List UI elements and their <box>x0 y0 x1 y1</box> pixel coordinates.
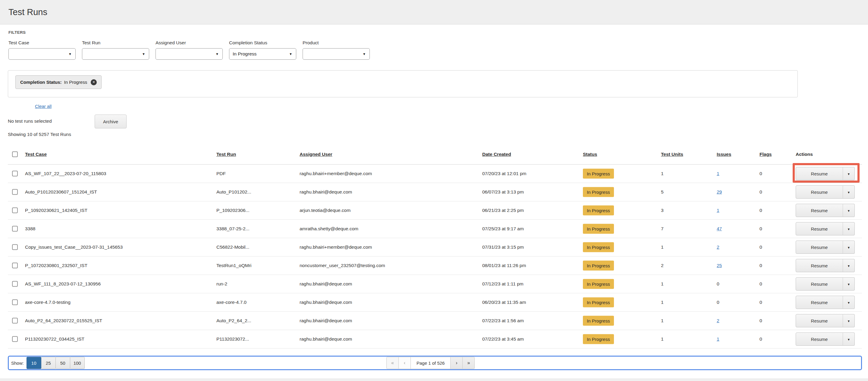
cell-test-case: P_10920230621_142405_IST <box>25 208 212 213</box>
resume-dropdown-button[interactable]: ▼ <box>843 314 855 327</box>
test-case-select[interactable]: ▼ <box>8 48 76 60</box>
column-header-flags[interactable]: Flags <box>760 152 791 157</box>
cell-assigned-user: noncustomer_user_232507@testing.com <box>300 263 477 268</box>
row-checkbox[interactable] <box>12 189 18 195</box>
cell-date-created: 07/20/23 at 12:01 pm <box>482 171 579 176</box>
column-header-status[interactable]: Status <box>583 152 655 157</box>
cell-actions: Resume▼ <box>796 332 860 346</box>
cell-flags: 0 <box>760 281 791 287</box>
row-checkbox-cell <box>12 262 21 268</box>
completion-status-select[interactable]: In Progress▼ <box>229 48 296 60</box>
resume-button[interactable]: Resume <box>796 314 843 327</box>
resume-dropdown-button[interactable]: ▼ <box>843 185 855 199</box>
test-run-select[interactable]: ▼ <box>82 48 149 60</box>
product-select[interactable]: ▼ <box>303 48 370 60</box>
row-checkbox-cell <box>12 189 21 195</box>
chevron-down-icon: ▼ <box>847 319 850 323</box>
row-checkbox[interactable] <box>12 226 18 232</box>
table-row: AS_WF_111_8_2023-07-12_130956run-2raghu.… <box>8 275 862 293</box>
page-size-100[interactable]: 100 <box>70 357 85 369</box>
row-checkbox[interactable] <box>12 171 18 177</box>
next-page-button[interactable]: › <box>450 357 463 369</box>
resume-dropdown-button[interactable]: ▼ <box>843 167 855 180</box>
filter-field-assigned-user: Assigned User▼ <box>156 40 223 60</box>
resume-button[interactable]: Resume <box>796 332 843 346</box>
resume-dropdown-button[interactable]: ▼ <box>843 204 855 217</box>
resume-split-button: Resume▼ <box>796 167 855 180</box>
chevron-down-icon: ▼ <box>847 228 850 231</box>
cell-test-units: 1 <box>661 299 712 305</box>
resume-button[interactable]: Resume <box>796 241 843 254</box>
chip-close-icon[interactable]: ✕ <box>91 79 97 85</box>
first-page-button[interactable]: « <box>386 357 399 369</box>
cell-test-case: Auto_P2_64_20230722_015525_IST <box>25 318 212 323</box>
cell-status: In Progress <box>583 316 655 326</box>
resume-button[interactable]: Resume <box>796 277 843 291</box>
header-checkbox-cell <box>12 151 21 157</box>
row-checkbox[interactable] <box>12 318 18 324</box>
filter-label: Test Run <box>82 40 149 45</box>
issues-link[interactable]: 29 <box>717 189 722 194</box>
resume-button[interactable]: Resume <box>796 204 843 217</box>
row-checkbox[interactable] <box>12 299 18 305</box>
resume-split-button: Resume▼ <box>796 259 855 272</box>
resume-dropdown-button[interactable]: ▼ <box>843 296 855 309</box>
page-status: Page 1 of 526 <box>410 357 451 369</box>
issues-link[interactable]: 1 <box>717 171 719 176</box>
cell-date-created: 07/31/23 at 3:15 pm <box>482 245 579 250</box>
resume-dropdown-button[interactable]: ▼ <box>843 259 855 272</box>
column-header-assigned-user[interactable]: Assigned User <box>300 152 477 157</box>
row-checkbox[interactable] <box>12 208 18 214</box>
cell-date-created: 07/12/23 at 1:11 pm <box>482 281 579 287</box>
column-header-test-run[interactable]: Test Run <box>216 152 295 157</box>
filter-field-test-case: Test Case▼ <box>8 40 76 60</box>
resume-button[interactable]: Resume <box>796 222 843 235</box>
row-checkbox[interactable] <box>12 337 18 342</box>
prev-page-button[interactable]: ‹ <box>398 357 411 369</box>
column-header-actions: Actions <box>796 152 860 157</box>
filters-section-label: FILTERS <box>8 30 26 35</box>
issues-link[interactable]: 47 <box>717 226 722 231</box>
cell-status: In Progress <box>583 169 655 179</box>
issues-link[interactable]: 2 <box>717 245 719 250</box>
clear-all-link[interactable]: Clear all <box>35 104 52 109</box>
resume-split-button: Resume▼ <box>796 277 855 291</box>
issues-link[interactable]: 1 <box>717 208 719 213</box>
resume-button[interactable]: Resume <box>796 185 843 199</box>
status-badge: In Progress <box>583 261 614 271</box>
column-header-test-units[interactable]: Test Units <box>661 152 712 157</box>
resume-split-button: Resume▼ <box>796 204 855 217</box>
page-size-25[interactable]: 25 <box>41 357 56 369</box>
page-size-10[interactable]: 10 <box>27 357 41 369</box>
column-header-issues[interactable]: Issues <box>717 152 756 157</box>
row-checkbox[interactable] <box>12 281 18 287</box>
resume-dropdown-button[interactable]: ▼ <box>843 222 855 235</box>
page-size-50[interactable]: 50 <box>56 357 70 369</box>
column-header-test-case[interactable]: Test Case <box>25 152 212 157</box>
resume-button[interactable]: Resume <box>796 167 843 180</box>
resume-button[interactable]: Resume <box>796 259 843 272</box>
cell-test-units: 1 <box>661 281 712 287</box>
cell-actions: Resume▼ <box>796 222 860 235</box>
status-badge: In Progress <box>583 224 614 234</box>
resume-dropdown-button[interactable]: ▼ <box>843 332 855 346</box>
resume-button[interactable]: Resume <box>796 296 843 309</box>
cell-test-units: 2 <box>661 263 712 268</box>
resume-dropdown-button[interactable]: ▼ <box>843 277 855 291</box>
issues-link[interactable]: 1 <box>717 337 719 342</box>
issues-link[interactable]: 25 <box>717 263 722 268</box>
row-checkbox[interactable] <box>12 245 18 250</box>
select-all-checkbox[interactable] <box>12 151 18 157</box>
assigned-user-select[interactable]: ▼ <box>156 48 223 60</box>
row-checkbox[interactable] <box>12 263 18 268</box>
last-page-button[interactable]: » <box>462 357 475 369</box>
cell-test-run: Auto_P2_64_2... <box>216 318 295 323</box>
row-checkbox-cell <box>12 318 21 323</box>
cell-assigned-user: raghu.bhairi@deque.com <box>300 281 477 287</box>
column-header-date-created[interactable]: Date Created <box>482 152 579 157</box>
cell-flags: 0 <box>760 318 791 323</box>
applied-filters-box: Completion Status: In Progress ✕ <box>8 70 798 97</box>
archive-button[interactable]: Archive <box>95 115 127 128</box>
issues-link[interactable]: 2 <box>717 318 719 323</box>
resume-dropdown-button[interactable]: ▼ <box>843 241 855 254</box>
